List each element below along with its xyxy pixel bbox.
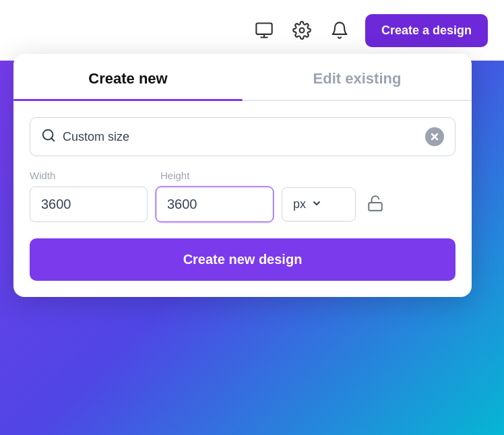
width-label: Width (30, 170, 150, 181)
tab-edit-existing[interactable]: Edit existing (243, 54, 472, 100)
tabs-container: Create new Edit existing (13, 54, 472, 101)
lock-icon[interactable] (364, 192, 387, 218)
settings-icon[interactable] (290, 18, 314, 42)
create-new-design-button[interactable]: Create new design (30, 238, 455, 281)
svg-line-5 (51, 138, 54, 141)
search-container (30, 117, 455, 156)
search-input[interactable] (63, 130, 418, 144)
dimensions-row: Width Height px (13, 170, 472, 222)
top-nav: Create a design (0, 0, 504, 61)
search-icon (41, 128, 56, 145)
width-input[interactable] (30, 187, 148, 222)
tab-create-new[interactable]: Create new (13, 54, 243, 100)
svg-rect-8 (369, 202, 382, 210)
dimensions-inputs: px (30, 187, 455, 222)
monitor-icon[interactable] (252, 18, 276, 42)
search-input-wrapper (30, 117, 455, 156)
unit-text: px (293, 197, 306, 211)
dimensions-labels: Width Height (30, 170, 455, 181)
chevron-down-icon (311, 198, 322, 211)
height-input[interactable] (156, 187, 274, 222)
svg-rect-0 (256, 24, 272, 34)
svg-point-3 (299, 28, 304, 33)
dropdown-panel: Create new Edit existing Width Hei (13, 54, 472, 297)
height-label: Height (160, 170, 280, 181)
clear-button[interactable] (425, 127, 444, 146)
unit-select[interactable]: px (282, 187, 356, 222)
bell-icon[interactable] (327, 18, 352, 42)
create-design-button[interactable]: Create a design (365, 14, 488, 47)
